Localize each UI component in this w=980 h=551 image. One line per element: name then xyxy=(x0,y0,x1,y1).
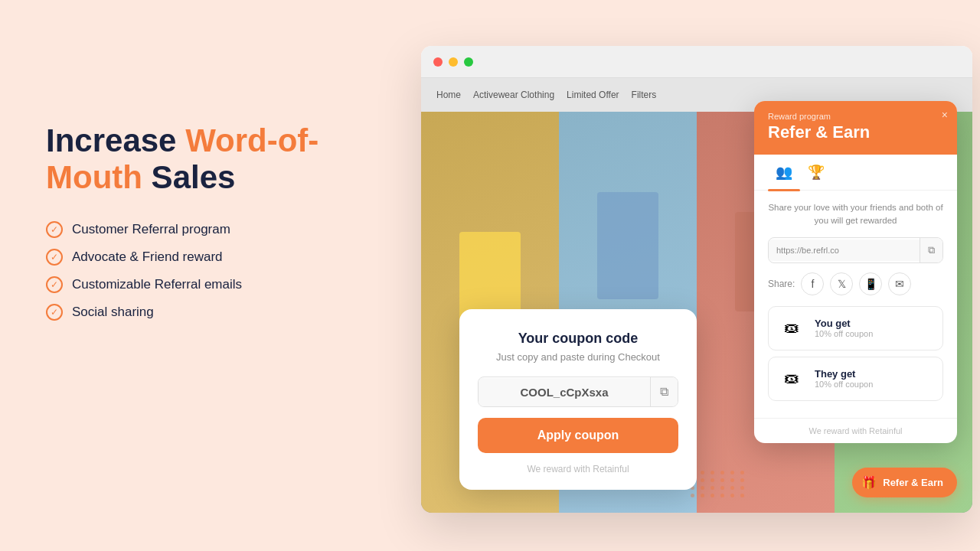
tab-rewards-icon: 🏆 xyxy=(808,165,825,180)
headline-part2: Sales xyxy=(142,159,235,195)
headline: Increase Word-of-Mouth Sales xyxy=(46,122,368,197)
feature-label-2: Advocate & Friend reward xyxy=(72,249,223,265)
feature-label-1: Customer Referral program xyxy=(72,222,230,237)
browser-titlebar xyxy=(421,46,972,78)
share-row: Share: f 𝕏 📱 ✉ xyxy=(768,272,943,295)
dot-green xyxy=(464,57,473,67)
they-get-sub: 10% off coupon xyxy=(815,380,873,389)
share-link-text: https://be.refrl.co xyxy=(769,240,920,261)
coupon-popup: Your coupon code Just copy and paste dur… xyxy=(459,309,697,490)
share-link-row: https://be.refrl.co ⧉ xyxy=(768,237,943,263)
tab-referral[interactable]: 👥 xyxy=(768,155,800,190)
share-link-copy-button[interactable]: ⧉ xyxy=(920,238,942,262)
refer-earn-label: Refer & Earn xyxy=(883,477,943,488)
tab-rewards[interactable]: 🏆 xyxy=(800,155,832,190)
nav-activewear: Activewear Clothing xyxy=(473,90,554,100)
apply-coupon-button[interactable]: Apply coupon xyxy=(478,418,678,453)
check-icon-3: ✓ xyxy=(46,276,63,293)
coupon-powered-by: We reward with Retainful xyxy=(478,464,678,474)
reward-body: Share your love with your friends and bo… xyxy=(754,191,957,418)
they-get-title: They get xyxy=(815,368,873,380)
reward-footer: We reward with Retainful xyxy=(754,418,957,443)
coupon-subtitle: Just copy and paste during Checkout xyxy=(478,351,678,363)
feature-item-2: ✓ Advocate & Friend reward xyxy=(46,249,368,266)
share-facebook-button[interactable]: f xyxy=(801,272,824,295)
reward-desc: Share your love with your friends and bo… xyxy=(768,201,943,228)
you-get-sub: 10% off coupon xyxy=(815,329,873,338)
nav-filters: Filters xyxy=(632,90,657,100)
nav-limited: Limited Offer xyxy=(567,90,619,100)
feature-list: ✓ Customer Referral program ✓ Advocate &… xyxy=(46,221,368,321)
coupon-copy-button[interactable]: ⧉ xyxy=(650,377,678,406)
dot-red xyxy=(433,57,443,67)
reward-panel: Reward program Refer & Earn × 👥 🏆 Share … xyxy=(754,101,957,443)
left-section: Increase Word-of-Mouth Sales ✓ Customer … xyxy=(46,122,368,321)
refer-earn-button[interactable]: 🎁 Refer & Earn xyxy=(852,468,957,497)
feature-label-4: Social sharing xyxy=(72,305,154,320)
reward-tabs: 👥 🏆 xyxy=(754,155,957,191)
you-get-card: 🎟 You get 10% off coupon xyxy=(768,306,943,350)
dot-yellow xyxy=(449,57,458,67)
share-label: Share: xyxy=(768,279,795,289)
reward-header: Reward program Refer & Earn × xyxy=(754,101,957,155)
feature-item-1: ✓ Customer Referral program xyxy=(46,221,368,238)
check-icon-1: ✓ xyxy=(46,221,63,238)
you-get-title: You get xyxy=(815,318,873,329)
they-get-card: 🎟 They get 10% off coupon xyxy=(768,357,943,401)
browser-mockup: Home Activewear Clothing Limited Offer F… xyxy=(421,46,972,513)
check-icon-2: ✓ xyxy=(46,249,63,266)
feature-label-3: Customizable Referral emails xyxy=(72,277,242,292)
reward-title: Refer & Earn xyxy=(768,122,943,142)
coupon-code-row: COOL_cCpXsxa ⧉ xyxy=(478,377,678,407)
check-icon-4: ✓ xyxy=(46,304,63,321)
reward-label: Reward program xyxy=(768,112,943,121)
share-twitter-button[interactable]: 𝕏 xyxy=(830,272,853,295)
tab-referral-icon: 👥 xyxy=(776,165,792,180)
they-get-icon: 🎟 xyxy=(778,365,805,393)
browser-content: Home Activewear Clothing Limited Offer F… xyxy=(421,78,972,513)
coupon-code-text: COOL_cCpXsxa xyxy=(479,378,650,406)
headline-part1: Increase xyxy=(46,122,185,158)
share-whatsapp-button[interactable]: 📱 xyxy=(859,272,882,295)
you-get-icon: 🎟 xyxy=(778,315,805,342)
share-email-button[interactable]: ✉ xyxy=(888,272,911,295)
coupon-title: Your coupon code xyxy=(478,331,678,347)
feature-item-3: ✓ Customizable Referral emails xyxy=(46,276,368,293)
reward-close-button[interactable]: × xyxy=(942,109,948,121)
refer-earn-icon: 🎁 xyxy=(861,475,877,490)
dot-pattern-decoration xyxy=(691,471,746,497)
nav-home: Home xyxy=(436,90,461,100)
feature-item-4: ✓ Social sharing xyxy=(46,304,368,321)
